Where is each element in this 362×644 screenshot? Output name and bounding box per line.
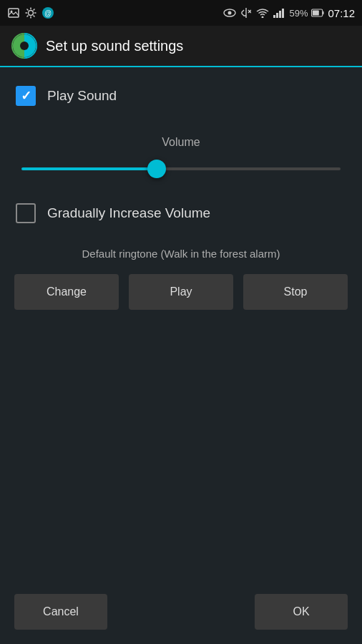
checkbox-checked-icon [16, 86, 36, 106]
brightness-icon [24, 6, 37, 19]
volume-slider-container [14, 160, 348, 173]
svg-line-8 [34, 16, 35, 17]
play-sound-label: Play Sound [47, 88, 117, 104]
svg-line-9 [34, 9, 35, 11]
svg-rect-24 [323, 11, 324, 15]
gallery-icon [7, 6, 20, 19]
wifi-icon [256, 6, 269, 19]
signal-icon [273, 6, 285, 19]
svg-rect-0 [9, 9, 19, 17]
svg-point-26 [20, 42, 29, 50]
bottom-buttons: Cancel OK [14, 594, 348, 630]
battery-percent: 59% [289, 8, 308, 19]
app-logo [11, 33, 37, 59]
time-display: 07:12 [328, 7, 355, 19]
gradually-checkbox[interactable] [14, 202, 37, 225]
mute-icon [240, 6, 253, 19]
status-bar-right: 59% 07:12 [223, 6, 355, 19]
app-icon: @ [41, 6, 54, 19]
status-bar-left: @ [7, 6, 54, 19]
volume-label: Volume [162, 136, 200, 149]
ringtone-text: Default ringtone (Walk in the forest ala… [82, 248, 280, 260]
ok-button[interactable]: OK [255, 594, 348, 630]
stop-button[interactable]: Stop [243, 274, 348, 310]
gradually-increase-row: Gradually Increase Volume [14, 202, 348, 225]
status-bar: @ [0, 0, 362, 26]
play-sound-row: Play Sound [14, 84, 348, 107]
main-content: Play Sound Volume Gradually Increase Vol… [0, 67, 362, 644]
svg-line-7 [27, 9, 29, 11]
svg-text:@: @ [44, 9, 52, 17]
svg-line-10 [27, 16, 29, 17]
volume-slider[interactable] [21, 167, 341, 170]
title-bar: Set up sound settings [0, 26, 362, 67]
svg-rect-18 [273, 15, 275, 18]
play-button[interactable]: Play [129, 274, 233, 310]
svg-rect-21 [282, 9, 284, 18]
svg-point-14 [228, 11, 232, 15]
ringtone-info: Default ringtone (Walk in the forest ala… [14, 248, 348, 260]
checkbox-unchecked-icon [16, 203, 36, 223]
page-title: Set up sound settings [46, 38, 183, 54]
change-button[interactable]: Change [14, 274, 119, 310]
battery-icon [311, 6, 324, 19]
play-sound-checkbox[interactable] [14, 84, 37, 107]
svg-rect-19 [276, 13, 278, 18]
svg-point-2 [29, 11, 34, 16]
cancel-button[interactable]: Cancel [14, 594, 107, 630]
volume-section: Volume [14, 136, 348, 173]
svg-rect-20 [279, 11, 281, 18]
gradually-label: Gradually Increase Volume [47, 205, 210, 221]
action-buttons-row: Change Play Stop [14, 274, 348, 310]
eye-icon [223, 6, 236, 19]
svg-point-17 [262, 16, 264, 19]
svg-rect-23 [313, 10, 319, 15]
